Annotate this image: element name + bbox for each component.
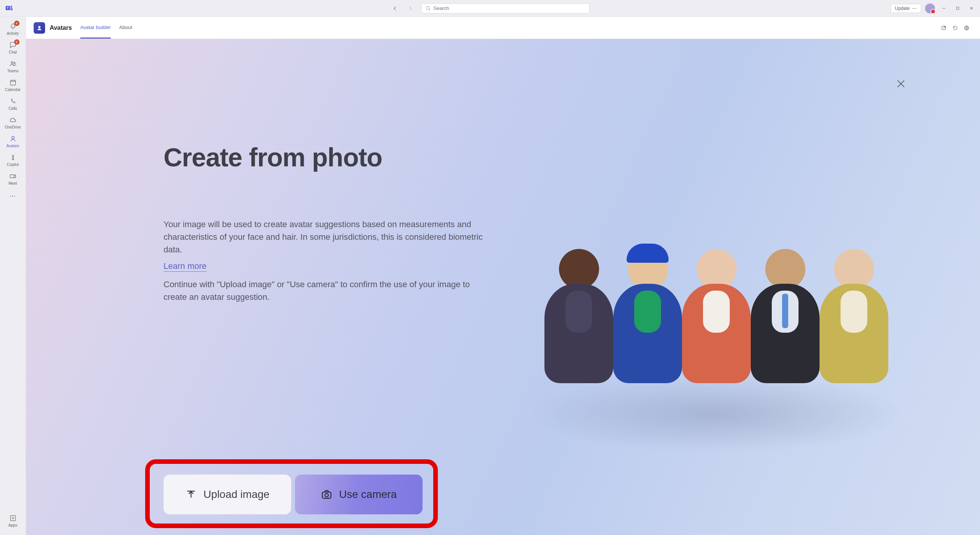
close-button[interactable] (894, 77, 907, 90)
svg-rect-10 (10, 175, 14, 178)
rail-item-calendar[interactable]: Calendar (2, 76, 24, 94)
rail-label: Calls (8, 106, 17, 111)
upload-label: Upload image (204, 488, 270, 501)
upload-icon (185, 489, 197, 500)
canvas: Create from photo Your image will be use… (26, 39, 980, 535)
user-avatar[interactable] (925, 3, 935, 13)
camera-icon (321, 489, 332, 500)
svg-rect-5 (956, 7, 959, 9)
svg-text:T: T (7, 6, 9, 10)
continue-notice: Continue with "Upload image" or "Use cam… (164, 278, 484, 303)
search-input[interactable] (421, 3, 590, 13)
svg-point-16 (325, 494, 328, 497)
rail-item-meet[interactable]: Meet (2, 170, 24, 188)
calendar-icon (9, 78, 17, 87)
rail-label: Meet (8, 181, 17, 185)
tab-about[interactable]: About (119, 17, 132, 39)
popout-button[interactable] (938, 22, 949, 34)
learn-more-link[interactable]: Learn more (164, 261, 207, 272)
page-title: Create from photo (164, 142, 492, 172)
left-rail: 4 Activity 5 Chat Teams Calendar Calls O… (0, 17, 26, 535)
svg-rect-3 (10, 8, 13, 10)
rail-item-activity[interactable]: 4 Activity (2, 20, 24, 38)
globe-button[interactable] (961, 22, 972, 34)
reload-button[interactable] (949, 22, 961, 34)
rail-item-chat[interactable]: 5 Chat (2, 39, 24, 57)
apps-icon (9, 514, 17, 522)
rail-label: Chat (9, 50, 17, 54)
svg-point-9 (11, 136, 14, 139)
avatar-icon (9, 135, 17, 143)
activity-badge: 4 (14, 21, 19, 26)
rail-label: OneDrive (5, 125, 21, 129)
svg-rect-8 (10, 80, 15, 85)
rail-more-button[interactable]: ⋯ (2, 189, 24, 203)
chat-icon: 5 (9, 41, 17, 49)
update-button[interactable]: Update ⋯ (891, 4, 921, 13)
rail-item-copilot[interactable]: Copilot (2, 151, 24, 169)
app-tabs: Avatar builder About (80, 17, 132, 39)
app-header: Avatars Avatar builder About (26, 17, 980, 39)
use-camera-button[interactable]: Use camera (295, 475, 423, 514)
teams-logo-icon: T (4, 3, 15, 14)
rail-item-teams[interactable]: Teams (2, 57, 24, 75)
rail-item-calls[interactable]: Calls (2, 95, 24, 113)
rail-item-onedrive[interactable]: OneDrive (2, 114, 24, 132)
people-icon (9, 60, 17, 68)
tab-avatar-builder[interactable]: Avatar builder (80, 17, 111, 39)
upload-image-button[interactable]: Upload image (164, 475, 291, 514)
search-field[interactable] (434, 5, 585, 11)
svg-point-4 (426, 7, 429, 10)
update-label: Update (895, 6, 910, 11)
svg-point-6 (11, 62, 13, 63)
rail-label: Copilot (7, 163, 19, 167)
app-title: Avatars (50, 24, 72, 31)
rail-item-avatars[interactable]: Avatars (2, 132, 24, 150)
window-close-button[interactable] (966, 3, 976, 13)
nav-back-button[interactable] (391, 4, 399, 13)
avatar-figure (674, 249, 758, 383)
window-minimize-button[interactable] (939, 3, 949, 13)
more-dots-icon: ⋯ (912, 6, 917, 11)
rail-label: Calendar (5, 88, 21, 92)
svg-point-12 (38, 26, 40, 28)
rail-label: Teams (7, 69, 18, 73)
search-icon (426, 6, 431, 11)
rail-label: Activity (7, 31, 19, 36)
chat-badge: 5 (14, 39, 19, 45)
nav-forward-button[interactable] (406, 4, 415, 13)
video-icon (9, 172, 17, 181)
action-buttons: Upload image Use camera (164, 475, 423, 514)
rail-label: Avatars (6, 144, 19, 148)
copilot-icon (9, 153, 17, 162)
svg-point-7 (14, 62, 15, 64)
cloud-icon (9, 116, 17, 124)
rail-item-apps[interactable]: Apps (2, 512, 24, 530)
camera-label: Use camera (339, 488, 397, 501)
avatars-app-icon (34, 22, 45, 34)
svg-rect-15 (322, 492, 331, 498)
group-shadow (529, 376, 904, 452)
more-dots-icon: ⋯ (10, 192, 16, 200)
titlebar: T Update ⋯ (0, 0, 980, 17)
bell-icon: 4 (9, 22, 17, 31)
rail-label: Apps (8, 523, 17, 527)
window-maximize-button[interactable] (952, 3, 962, 13)
phone-icon (9, 97, 17, 106)
avatar-group-illustration (514, 169, 919, 383)
text-column: Create from photo Your image will be use… (164, 142, 492, 309)
svg-point-2 (10, 5, 13, 8)
biometric-notice: Your image will be used to create avatar… (164, 218, 484, 256)
